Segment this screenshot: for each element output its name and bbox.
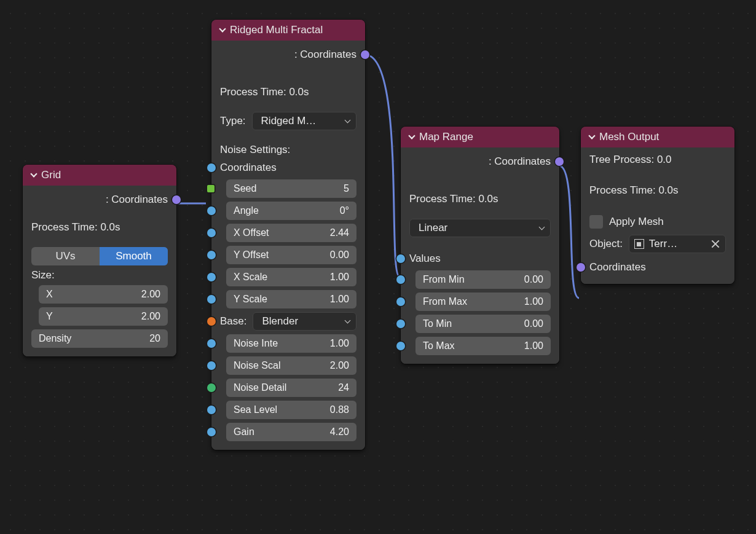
chevron-down-icon <box>345 117 351 124</box>
output-ref[interactable]: : Coordinates <box>220 47 356 63</box>
field-label: Gain <box>234 426 254 438</box>
smooth-button[interactable]: Smooth <box>100 247 168 265</box>
object-row[interactable]: Object: Terr… <box>589 235 726 253</box>
socket-in-angle[interactable] <box>207 206 216 215</box>
field-label: To Max <box>423 340 455 351</box>
process-time: Process Time: 0.0s <box>409 193 551 205</box>
dropdown-value: Ridged M… <box>261 115 317 127</box>
noise-detail-row[interactable]: Noise Detail 24 <box>220 379 356 397</box>
field-label: X Scale <box>234 272 267 283</box>
x-offset-row[interactable]: X Offset 2.44 <box>220 224 356 242</box>
chevron-down-icon <box>539 224 545 230</box>
x-scale-row[interactable]: X Scale 1.00 <box>220 268 356 286</box>
output-ref[interactable]: : Coordinates <box>409 154 551 170</box>
socket-in-coordinates[interactable] <box>207 163 216 172</box>
socket-in-sea-level[interactable] <box>207 406 216 414</box>
dropdown-value: Blender <box>262 315 298 328</box>
socket-in-yoffset[interactable] <box>207 251 216 259</box>
socket-in-xoffset[interactable] <box>207 229 216 237</box>
node-header-mesh-output[interactable]: Mesh Output <box>581 127 734 147</box>
node-title: Map Range <box>419 131 473 143</box>
socket-in-xscale[interactable] <box>207 273 216 281</box>
field-label: From Min <box>423 274 465 285</box>
output-coordinates[interactable]: : Coordinates <box>31 192 168 208</box>
apply-mesh-checkbox[interactable] <box>589 215 603 229</box>
base-row[interactable]: Base: Blender <box>220 312 356 331</box>
from-min-row[interactable]: From Min 0.00 <box>409 270 551 289</box>
chevron-down-icon <box>408 132 415 139</box>
dropdown-value: Linear <box>419 222 447 234</box>
input-label: Coordinates <box>589 261 646 273</box>
socket-in-noise-int[interactable] <box>207 339 216 348</box>
input-values[interactable]: Values <box>409 251 551 267</box>
field-value: 1.00 <box>524 296 543 307</box>
socket-in-seed[interactable] <box>207 185 215 192</box>
socket-in-to-min[interactable] <box>396 320 405 328</box>
node-grid[interactable]: Grid : Coordinates Process Time: 0.0s UV… <box>23 165 176 356</box>
socket-in-gain[interactable] <box>207 428 216 436</box>
field-value: 20 <box>149 333 160 344</box>
clear-object-icon[interactable] <box>711 239 720 249</box>
socket-out[interactable] <box>555 157 564 166</box>
field-value: 1.00 <box>330 272 349 283</box>
apply-mesh-row[interactable]: Apply Mesh <box>589 215 726 229</box>
socket-in-to-max[interactable] <box>396 342 405 350</box>
node-mesh-output[interactable]: Mesh Output Tree Process: 0.0 Process Ti… <box>581 127 734 284</box>
field-value: 0.00 <box>524 318 543 329</box>
output-label: : Coordinates <box>489 155 551 168</box>
socket-in-base[interactable] <box>207 317 216 326</box>
noise-scale-row[interactable]: Noise Scal 2.00 <box>220 356 356 375</box>
node-header-ridged[interactable]: Ridged Multi Fractal <box>211 20 365 41</box>
angle-row[interactable]: Angle 0° <box>220 202 356 220</box>
chevron-down-icon <box>30 170 37 177</box>
node-ridged-multi-fractal[interactable]: Ridged Multi Fractal : Coordinates Proce… <box>211 20 365 450</box>
socket-in-values[interactable] <box>396 254 405 263</box>
mode-segmented[interactable]: UVs Smooth <box>31 247 168 265</box>
process-time: Process Time: 0.0s <box>31 221 168 234</box>
field-label: X <box>46 289 53 300</box>
socket-in-coordinates[interactable] <box>577 263 585 272</box>
base-dropdown[interactable]: Blender <box>253 312 356 331</box>
node-header-map-range[interactable]: Map Range <box>401 127 559 147</box>
size-x-field[interactable]: X 2.00 <box>39 285 168 304</box>
field-value: 1.00 <box>330 338 349 349</box>
size-label: Size: <box>31 269 168 281</box>
seed-row[interactable]: Seed 5 <box>220 179 356 198</box>
node-map-range[interactable]: Map Range : Coordinates Process Time: 0.… <box>401 127 559 364</box>
socket-in-noise-scale[interactable] <box>207 361 216 370</box>
uvs-button[interactable]: UVs <box>31 247 100 265</box>
socket-in-yscale[interactable] <box>207 295 216 304</box>
object-label: Object: <box>589 238 623 250</box>
socket-out-coordinates[interactable] <box>172 195 181 204</box>
process-time: Process Time: 0.0s <box>589 184 726 197</box>
node-title: Ridged Multi Fractal <box>230 24 323 36</box>
interpolation-dropdown[interactable]: Linear <box>409 219 551 237</box>
object-value: Terr… <box>649 238 677 250</box>
y-offset-row[interactable]: Y Offset 0.00 <box>220 246 356 264</box>
object-field[interactable]: Terr… <box>629 235 726 253</box>
node-title: Mesh Output <box>599 131 659 143</box>
field-value: 1.00 <box>330 294 349 305</box>
socket-in-from-min[interactable] <box>396 275 405 284</box>
gain-row[interactable]: Gain 4.20 <box>220 423 356 441</box>
socket-in-from-max[interactable] <box>396 297 405 306</box>
field-label: Noise Detail <box>234 382 286 393</box>
sea-level-row[interactable]: Sea Level 0.88 <box>220 401 356 419</box>
size-y-field[interactable]: Y 2.00 <box>39 307 168 326</box>
type-dropdown[interactable]: Ridged M… <box>252 112 356 130</box>
y-scale-row[interactable]: Y Scale 1.00 <box>220 290 356 308</box>
input-coordinates[interactable]: Coordinates <box>220 160 356 176</box>
field-value: 5 <box>344 183 349 194</box>
noise-settings-label: Noise Settings: <box>220 144 356 156</box>
socket-out[interactable] <box>361 50 369 59</box>
field-value: 2.00 <box>141 311 160 322</box>
input-coordinates[interactable]: Coordinates <box>589 259 726 275</box>
socket-in-noise-detail[interactable] <box>207 383 216 392</box>
input-label: Values <box>409 253 441 265</box>
node-header-grid[interactable]: Grid <box>23 165 176 186</box>
noise-intensity-row[interactable]: Noise Inte 1.00 <box>220 334 356 353</box>
from-max-row[interactable]: From Max 1.00 <box>409 293 551 311</box>
density-field[interactable]: Density 20 <box>31 329 168 348</box>
to-min-row[interactable]: To Min 0.00 <box>409 315 551 333</box>
to-max-row[interactable]: To Max 1.00 <box>409 337 551 355</box>
